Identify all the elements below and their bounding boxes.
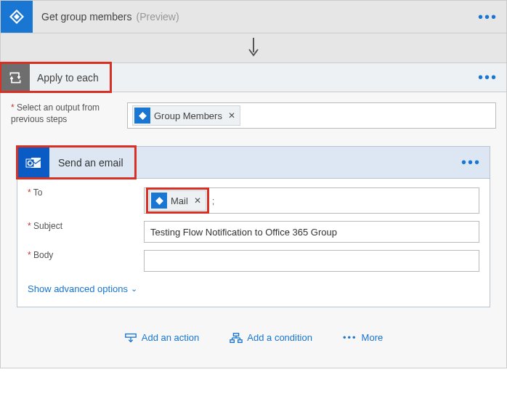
svg-rect-6 xyxy=(26,159,34,167)
add-action-icon xyxy=(124,333,137,343)
show-advanced-link[interactable]: Show advanced options ⌄ xyxy=(28,283,137,294)
add-action-button[interactable]: Add an action xyxy=(124,332,200,343)
body-input[interactable] xyxy=(144,250,479,272)
step-menu-button[interactable]: ••• xyxy=(478,9,498,25)
svg-marker-8 xyxy=(155,197,163,205)
apply-to-each-header[interactable]: Apply to each ••• xyxy=(1,63,506,92)
send-email-header[interactable]: Send an email ••• xyxy=(17,147,490,179)
azure-ad-icon xyxy=(1,1,33,33)
subject-label: Subject xyxy=(28,221,137,233)
more-dots-icon: ••• xyxy=(343,332,357,343)
loop-icon xyxy=(1,63,30,92)
chevron-down-icon: ⌄ xyxy=(131,284,137,294)
subject-input[interactable] xyxy=(144,221,479,243)
preview-label: (Preview) xyxy=(137,11,179,23)
add-condition-button[interactable]: Add a condition xyxy=(230,332,312,343)
outlook-icon xyxy=(17,147,49,179)
group-members-token[interactable]: Group Members ✕ xyxy=(132,105,240,126)
svg-rect-16 xyxy=(230,339,234,342)
svg-rect-9 xyxy=(126,334,136,337)
body-label: Body xyxy=(28,250,137,262)
separator: ; xyxy=(212,195,215,206)
step-title: Get group members xyxy=(41,11,132,23)
select-output-label: Select an output from previous steps xyxy=(11,102,120,125)
remove-token-icon[interactable]: ✕ xyxy=(194,195,201,206)
add-condition-icon xyxy=(230,333,243,343)
mail-token[interactable]: Mail ✕ xyxy=(149,190,206,211)
svg-rect-17 xyxy=(238,339,242,342)
get-group-members-step[interactable]: Get group members (Preview) ••• xyxy=(0,0,507,33)
more-button[interactable]: ••• More xyxy=(343,332,383,343)
to-input[interactable]: Mail ✕ ; xyxy=(144,187,479,214)
to-label: To xyxy=(28,187,137,199)
azure-ad-icon xyxy=(134,108,150,124)
svg-rect-11 xyxy=(234,333,239,336)
apply-menu-button[interactable]: ••• xyxy=(478,69,498,86)
email-menu-button[interactable]: ••• xyxy=(461,154,481,171)
apply-to-each-step: Apply to each ••• Select an output from … xyxy=(0,62,507,368)
flow-arrow-icon xyxy=(0,33,507,62)
remove-token-icon[interactable]: ✕ xyxy=(228,110,235,121)
svg-marker-4 xyxy=(139,112,147,120)
send-email-step: Send an email ••• To xyxy=(17,146,490,307)
select-output-input[interactable]: Group Members ✕ xyxy=(127,102,496,129)
email-title: Send an email xyxy=(58,157,123,169)
apply-title: Apply to each xyxy=(37,72,99,84)
azure-ad-icon xyxy=(151,193,167,209)
